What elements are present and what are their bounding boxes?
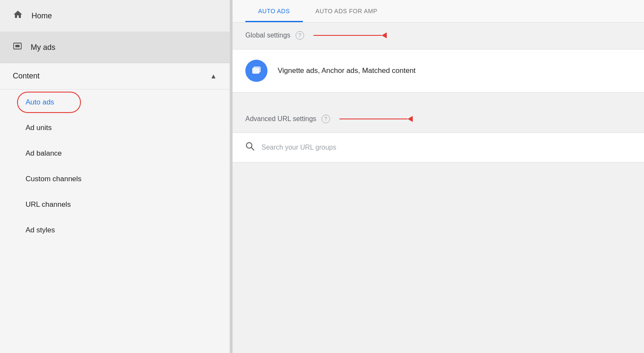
svg-rect-1 <box>15 45 20 47</box>
tab-auto-ads-amp[interactable]: AUTO ADS FOR AMP <box>303 0 390 22</box>
url-channels-label: URL channels <box>26 200 71 208</box>
ad-balance-label: Ad balance <box>26 149 62 157</box>
search-placeholder: Search your URL groups <box>262 144 336 151</box>
home-label: Home <box>32 12 52 20</box>
global-settings-arrow <box>313 32 387 38</box>
advanced-url-settings-arrow <box>339 116 413 122</box>
content-label: Content <box>13 72 40 81</box>
global-settings-help-icon[interactable]: ? <box>296 31 304 40</box>
sidebar: Home My ads Content ▲ Auto ads Ad units … <box>0 0 230 353</box>
advanced-url-settings-label: Advanced URL settings <box>245 115 316 123</box>
global-settings-header: Global settings ? <box>233 23 644 48</box>
content-area: Global settings ? Vignette ads, Anchor a… <box>233 23 644 353</box>
advanced-url-settings-help-icon[interactable]: ? <box>322 115 330 123</box>
custom-channels-label: Custom channels <box>26 175 81 183</box>
svg-line-7 <box>251 148 254 150</box>
main-content: AUTO ADS AUTO ADS FOR AMP Global setting… <box>233 0 644 353</box>
sidebar-item-ad-styles[interactable]: Ad styles <box>0 217 230 243</box>
arrow-line-2 <box>339 119 408 120</box>
search-icon <box>245 142 255 153</box>
spacer-1 <box>233 93 644 106</box>
sidebar-item-my-ads[interactable]: My ads <box>0 32 230 63</box>
arrow-head-2 <box>408 116 413 122</box>
tab-auto-ads-label: AUTO ADS <box>258 8 290 14</box>
url-groups-search-box[interactable]: Search your URL groups <box>233 133 644 162</box>
advanced-url-settings-header: Advanced URL settings ? <box>233 106 644 132</box>
content-section-header[interactable]: Content ▲ <box>0 63 230 90</box>
global-settings-card-text: Vignette ads, Anchor ads, Matched conten… <box>278 67 416 75</box>
chevron-up-icon: ▲ <box>210 72 217 80</box>
ad-styles-label: Ad styles <box>26 226 55 234</box>
arrow-head <box>382 32 387 38</box>
sidebar-item-ad-units[interactable]: Ad units <box>0 115 230 141</box>
tab-auto-ads-amp-label: AUTO ADS FOR AMP <box>316 8 377 14</box>
sidebar-item-custom-channels[interactable]: Custom channels <box>0 166 230 192</box>
my-ads-label: My ads <box>31 43 55 52</box>
tab-auto-ads[interactable]: AUTO ADS <box>245 0 303 22</box>
ad-type-icon <box>245 60 267 82</box>
my-ads-icon <box>13 41 22 53</box>
arrow-line <box>313 35 382 36</box>
auto-ads-label: Auto ads <box>26 98 54 106</box>
global-settings-label: Global settings <box>245 32 290 39</box>
sidebar-item-ad-balance[interactable]: Ad balance <box>0 141 230 166</box>
global-settings-card[interactable]: Vignette ads, Anchor ads, Matched conten… <box>233 49 644 93</box>
sidebar-item-home[interactable]: Home <box>0 0 230 32</box>
tabs-bar: AUTO ADS AUTO ADS FOR AMP <box>233 0 644 23</box>
sidebar-item-auto-ads[interactable]: Auto ads <box>0 90 230 115</box>
home-icon <box>13 9 23 22</box>
ad-units-label: Ad units <box>26 124 52 132</box>
sidebar-item-url-channels[interactable]: URL channels <box>0 192 230 217</box>
